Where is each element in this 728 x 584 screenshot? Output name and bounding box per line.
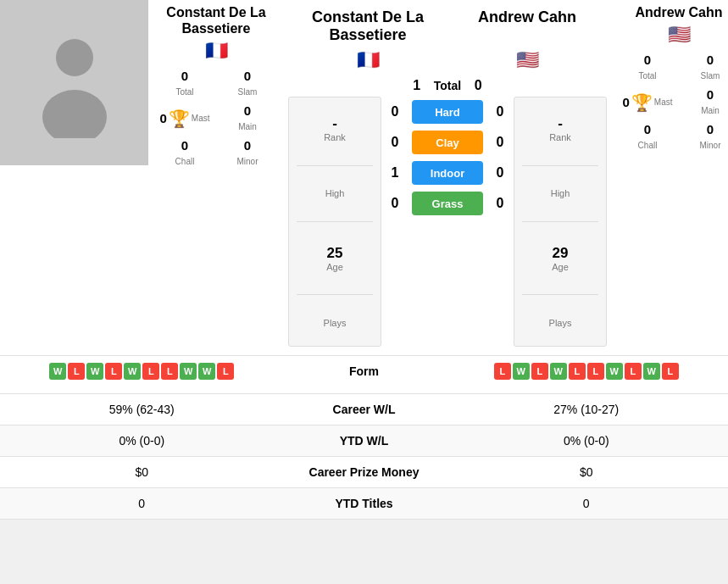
right-stats-grid: 0 Total 0 Slam 0 🏆 Mast 0 Main 0 <box>618 53 728 152</box>
ytd-wl-left: 0% (0-0) <box>4 434 280 448</box>
right-player-flag: 🇺🇸 <box>618 24 728 46</box>
left-player-photo <box>0 0 148 165</box>
form-badge-w: W <box>550 363 567 380</box>
form-badge-w: W <box>198 363 215 380</box>
left-age-lbl: Age <box>326 262 343 272</box>
ytd-wl-right: 0% (0-0) <box>449 434 725 448</box>
names-row: Constant De La Bassetiere Andrew Cahn <box>288 8 607 44</box>
right-main-val: 0 <box>681 87 728 102</box>
center-right-flag: 🇺🇸 <box>447 49 607 71</box>
hard-right: 0 <box>490 104 510 120</box>
clay-btn: Clay <box>412 131 483 154</box>
left-slam-lbl: Slam <box>238 87 258 97</box>
left-divider-3 <box>297 294 373 295</box>
left-total-stat: 0 Total <box>155 69 214 98</box>
indoor-right: 0 <box>490 165 510 181</box>
left-age-cell: 25 Age <box>326 245 343 272</box>
right-age-lbl: Age <box>552 262 569 272</box>
prize-right: $0 <box>449 465 725 479</box>
right-slam-lbl: Slam <box>701 71 720 81</box>
right-divider-2 <box>522 221 598 222</box>
grass-row: 0 Grass 0 <box>385 192 510 215</box>
left-trophy-icon: 🏆 <box>169 108 190 129</box>
prize-label: Career Prize Money <box>280 465 449 479</box>
left-chall-lbl: Chall <box>175 157 195 166</box>
career-wl-right: 27% (10-27) <box>449 403 725 416</box>
right-minor-stat: 0 Minor <box>681 122 728 152</box>
surface-block: 0 Hard 0 0 Clay 0 1 Indoor 0 <box>385 97 510 347</box>
form-badge-l: L <box>494 363 511 380</box>
left-high-lbl: High <box>325 188 345 198</box>
left-player-name: Constant De La Bassetiere <box>155 4 277 36</box>
total-right-score: 0 <box>468 78 488 93</box>
left-chall-stat: 0 Chall <box>155 138 214 168</box>
left-minor-lbl: Minor <box>236 157 258 166</box>
left-plays-lbl: Plays <box>324 318 347 328</box>
left-mast-stat: 0 🏆 Mast <box>155 103 214 133</box>
total-score-row: 1 Total 0 <box>407 78 488 93</box>
svg-point-1 <box>42 90 107 138</box>
right-main-lbl: Main <box>701 106 720 115</box>
right-minor-val: 0 <box>681 122 728 136</box>
ytd-wl-label: YTD W/L <box>280 434 449 448</box>
right-age-val: 29 <box>552 245 569 262</box>
left-high-cell: High <box>325 188 345 198</box>
main-wrapper: Constant De La Bassetiere 🇫🇷 0 Total 0 S… <box>0 0 728 520</box>
form-badge-w: W <box>513 363 530 380</box>
right-rank-val: - <box>549 115 571 132</box>
form-badge-w: W <box>180 363 197 380</box>
hard-row: 0 Hard 0 <box>385 100 510 124</box>
right-total-stat: 0 Total <box>618 53 677 82</box>
center-flags-row: 🇫🇷 🇺🇸 <box>288 49 607 71</box>
form-badge-l: L <box>531 363 548 380</box>
total-label: Total <box>434 79 461 92</box>
form-badge-l: L <box>587 363 604 380</box>
indoor-row: 1 Indoor 0 <box>385 161 510 185</box>
right-player-name: Andrew Cahn <box>618 4 728 20</box>
right-rank-cell: - Rank <box>549 115 571 142</box>
right-minor-lbl: Minor <box>699 141 720 150</box>
left-stats-grid: 0 Total 0 Slam 0 🏆 Mast 0 Main 0 <box>155 69 277 168</box>
stats-rows: 59% (62-43) Career W/L 27% (10-27) 0% (0… <box>0 393 728 520</box>
ytd-titles-left: 0 <box>4 497 280 510</box>
left-minor-stat: 0 Minor <box>218 138 277 168</box>
left-mast-val: 0 <box>159 111 166 125</box>
right-mast-stat: 0 🏆 Mast <box>618 87 677 117</box>
form-badge-w: W <box>49 363 66 380</box>
left-player-info: Constant De La Bassetiere 🇫🇷 0 Total 0 S… <box>148 0 284 355</box>
right-mast-val: 0 <box>622 95 629 109</box>
form-badge-w: W <box>86 363 103 380</box>
clay-row: 0 Clay 0 <box>385 131 510 154</box>
left-main-val: 0 <box>218 103 277 118</box>
form-badge-w: W <box>606 363 623 380</box>
left-minor-val: 0 <box>218 138 277 153</box>
right-divider-3 <box>522 294 598 295</box>
center-left-name: Constant De La Bassetiere <box>288 8 447 44</box>
right-rank-lbl: Rank <box>549 132 571 142</box>
right-age-cell: 29 Age <box>552 245 569 272</box>
svg-point-0 <box>56 39 93 76</box>
right-info-box: - Rank High 29 Age Plays <box>514 97 607 347</box>
left-player-flag: 🇫🇷 <box>155 40 277 62</box>
clay-left: 0 <box>385 135 405 150</box>
left-plays-cell: Plays <box>324 318 347 328</box>
center-col: Constant De La Bassetiere Andrew Cahn 🇫🇷… <box>284 0 611 355</box>
right-chall-lbl: Chall <box>638 141 658 150</box>
ytd-titles-right: 0 <box>449 497 725 510</box>
right-high-cell: High <box>551 188 570 198</box>
indoor-btn: Indoor <box>412 161 483 185</box>
form-badge-l: L <box>105 363 122 380</box>
ytd-wl-row: 0% (0-0) YTD W/L 0% (0-0) <box>0 425 728 456</box>
ytd-titles-label: YTD Titles <box>280 497 449 510</box>
right-main-stat: 0 Main <box>681 87 728 117</box>
left-divider-2 <box>297 221 373 222</box>
right-form-badges: LWLWLLWLWL <box>449 363 725 380</box>
left-form-badges: WLWLWLLWWL <box>4 363 280 380</box>
grass-left: 0 <box>385 196 405 211</box>
left-mast-lbl: Mast <box>192 114 210 123</box>
form-badge-l: L <box>569 363 586 380</box>
left-total-val: 0 <box>155 69 214 83</box>
center-right-name: Andrew Cahn <box>447 8 607 44</box>
right-player-info: Andrew Cahn 🇺🇸 0 Total 0 Slam 0 🏆 Mast 0 <box>611 0 728 355</box>
form-badge-l: L <box>625 363 642 380</box>
